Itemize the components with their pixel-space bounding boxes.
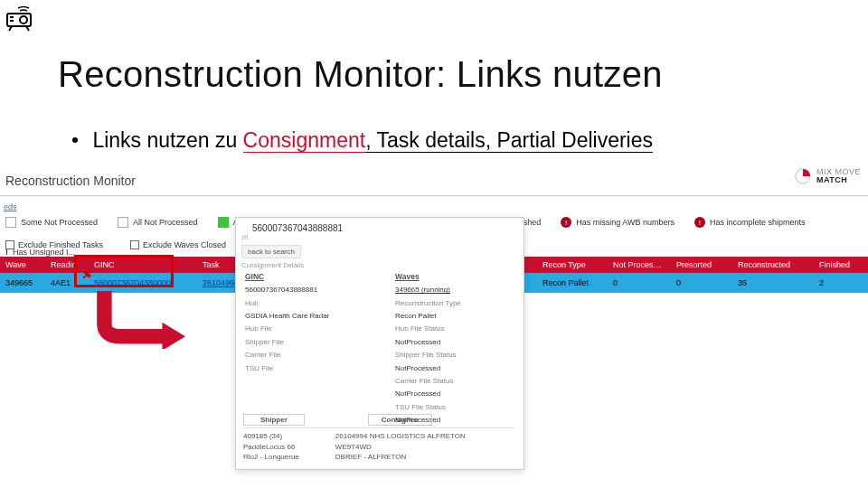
cell-recon: Recon Pallet xyxy=(537,278,608,287)
hubfile-label: Hub File xyxy=(245,323,370,335)
tab-consignee[interactable]: Consignee xyxy=(368,414,432,426)
filter-exclude-waves[interactable]: Exclude Waves Closed xyxy=(130,240,226,250)
hubfilestatus-label: Hub File Status xyxy=(395,323,511,335)
bullet-dot xyxy=(72,137,78,143)
col-presorted[interactable]: Presorted xyxy=(671,260,732,269)
hub-value: GSDIA Health Care Radar xyxy=(245,310,370,323)
brand-logon-icon xyxy=(795,168,811,184)
breadcrumb[interactable]: eds xyxy=(4,202,17,211)
filter-exclude-finished[interactable]: Exclude Finished Tasks xyxy=(5,240,103,250)
col-wave[interactable]: Wave xyxy=(0,260,45,269)
recontype-label: Reconstruction Type xyxy=(395,297,511,310)
col-recontype[interactable]: Recon Type xyxy=(537,260,608,269)
svg-point-1 xyxy=(20,16,27,23)
header-rule xyxy=(0,195,868,196)
popup-ginc-value: 560007367043888881 xyxy=(245,284,370,296)
carrfilestatus-label: Carrier File Status xyxy=(395,375,511,388)
shipfilestatus-value: NotProcessed xyxy=(395,362,511,375)
cell-pre: 0 xyxy=(671,278,732,287)
alert-icon: ! xyxy=(694,217,705,228)
tsufile-label: TSU File xyxy=(245,362,370,375)
popup-ginc-number: 560007367043888881 xyxy=(252,223,343,233)
popup-mini-table: Shipper Consignee 409185 (34) PaddleLocu… xyxy=(243,414,514,462)
projector-icon xyxy=(5,5,36,33)
svg-rect-3 xyxy=(10,20,14,22)
app-title: Reconstruction Monitor xyxy=(5,174,136,188)
cell-np: 0 xyxy=(608,278,671,287)
shipfilestatus-label: Shipper File Status xyxy=(395,349,511,361)
tsufilestatus-label: TSU File Status xyxy=(395,401,511,414)
col-notprocessed[interactable]: Not Processed xyxy=(608,260,671,269)
svg-rect-2 xyxy=(10,16,14,18)
bullet-highlight: Consignment xyxy=(243,128,366,153)
col-finished[interactable]: Finished xyxy=(814,260,868,269)
arrow-icon xyxy=(83,291,192,349)
brand-logo-block: MIX MOVE MATCH xyxy=(795,168,861,184)
slide-title: Reconstruction Monitor: Links nutzen xyxy=(58,54,663,95)
bullet-prefix: Links nutzen zu xyxy=(92,128,242,152)
hub-label: Hub xyxy=(245,297,370,310)
popup-section: Consignment Details xyxy=(241,261,304,269)
carrierfile-label: Carrier File xyxy=(245,349,370,361)
recontype-value: Recon Pallet xyxy=(395,310,511,323)
hubfilestatus-value: NotProcessed xyxy=(395,336,511,349)
shipper-col: 409185 (34) PaddleLocus 66 Rlo2 - Longue… xyxy=(243,431,299,462)
waves-value[interactable]: 349665 (running) xyxy=(395,284,511,296)
consignee-col: 26104994 NHS LOGISTICS ALFRETON WE9T4WD … xyxy=(335,431,466,462)
legend-all-not-processed: All Not Processed xyxy=(118,217,198,228)
waves-label: Waves xyxy=(395,270,511,284)
alert-icon: ! xyxy=(561,217,571,228)
legend-some-not-processed: Some Not Processed xyxy=(5,217,98,228)
legend-missing-awb: !Has missing AWB numbers xyxy=(561,217,675,228)
popup-rule-label: sft xyxy=(241,234,248,240)
carrfilestatus-value: NotProcessed xyxy=(395,388,511,400)
brand-text: MIX MOVE MATCH xyxy=(816,168,861,184)
cell-rec: 35 xyxy=(732,278,814,287)
legend-incomplete-ship: !Has incomplete shipments xyxy=(694,217,806,228)
consignment-popup: 560007367043888881 sft back to search Co… xyxy=(235,217,524,470)
cell-fin: 2 xyxy=(814,278,868,287)
popup-ginc-label: GINC xyxy=(245,270,370,284)
cell-wave: 349665 xyxy=(0,278,45,287)
bullet-line: Links nutzen zu Consignment, Task detail… xyxy=(72,128,653,153)
tab-shipper[interactable]: Shipper xyxy=(243,414,305,426)
shipperfile-label: Shipper File xyxy=(245,336,370,349)
col-reconstructed[interactable]: Reconstructed xyxy=(732,260,814,269)
brand-line2: MATCH xyxy=(816,176,861,184)
bullet-rest: , Task details, Partial Deliveries xyxy=(365,128,653,153)
pushpin-icon xyxy=(81,267,94,280)
back-to-search-button[interactable]: back to search xyxy=(241,245,301,258)
